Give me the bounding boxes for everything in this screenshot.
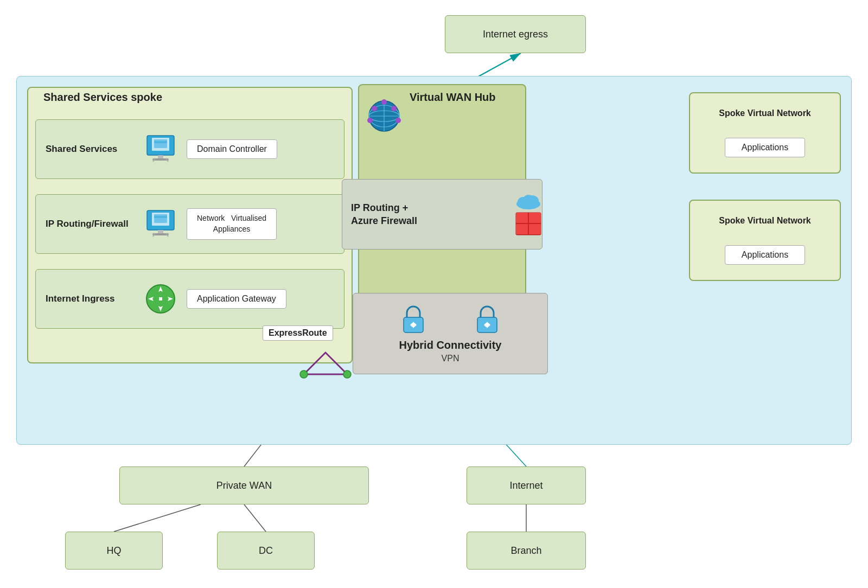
monitor-icon: [139, 135, 182, 164]
hybrid-icons-row: [398, 304, 502, 335]
spoke-row-internet-ingress: Internet Ingress Application Gateway: [35, 269, 344, 329]
dc-box: DC: [217, 532, 315, 570]
hq-box: HQ: [65, 532, 163, 570]
svg-point-47: [523, 195, 534, 204]
lock-icon-left: [398, 304, 429, 335]
ip-routing-label: IP Routing +Azure Firewall: [351, 201, 515, 228]
spoke-vnet-2-title: Spoke Virtual Network: [719, 216, 811, 226]
shared-services-label: Shared Services: [36, 144, 139, 155]
domain-controller-box: Domain Controller: [187, 139, 277, 159]
svg-rect-49: [516, 213, 528, 223]
app-gateway-box: Application Gateway: [187, 289, 286, 309]
globe-icon: [362, 93, 406, 137]
branch-label: Branch: [510, 545, 541, 557]
svg-rect-23: [154, 216, 167, 218]
svg-rect-16: [158, 155, 163, 158]
internet-egress-label: Internet egress: [483, 29, 548, 40]
shared-services-spoke-title: Shared Services spoke: [43, 91, 162, 104]
hybrid-vpn-label: VPN: [442, 354, 459, 363]
hq-label: HQ: [107, 545, 122, 557]
svg-rect-24: [158, 230, 163, 233]
vwan-hub-label: Virtual WAN Hub: [410, 91, 496, 104]
nva-label: Network VirtualisedAppliances: [197, 214, 266, 233]
svg-point-41: [367, 118, 373, 123]
spoke-vnet-1: Spoke Virtual Network Applications: [689, 92, 841, 174]
svg-line-9: [244, 504, 266, 532]
internet-ingress-label: Internet Ingress: [36, 293, 139, 304]
spoke-row-ip-routing: IP Routing/Firewall Network VirtualisedA…: [35, 194, 344, 254]
dc-label: DC: [259, 545, 273, 557]
spoke-row-shared-services: Shared Services Domain Controller: [35, 119, 344, 179]
expressroute-label: ExpressRoute: [263, 325, 333, 341]
spoke-vnet-2: Spoke Virtual Network Applications: [689, 200, 841, 281]
hybrid-connectivity-title: Hybrid Connectivity: [399, 339, 502, 351]
svg-rect-51: [516, 224, 528, 234]
spoke-vnet-1-title: Spoke Virtual Network: [719, 108, 811, 118]
private-wan-box: Private WAN: [119, 466, 369, 504]
internet-box: Internet: [467, 466, 586, 504]
svg-rect-33: [159, 297, 162, 301]
spoke-vnet-2-app: Applications: [725, 245, 805, 265]
svg-rect-14: [154, 139, 167, 148]
svg-point-40: [391, 106, 397, 111]
lock-icon-right: [472, 304, 502, 335]
ip-routing-firewall-label: IP Routing/Firewall: [36, 219, 139, 229]
svg-point-43: [381, 99, 387, 105]
svg-point-69: [343, 370, 351, 378]
azure-firewall-icon: [515, 193, 542, 236]
svg-rect-15: [154, 141, 167, 143]
svg-rect-60: [412, 324, 414, 326]
monitor-icon-2: [139, 209, 182, 239]
diagram-container: Internet egress Shared Services spoke Sh…: [0, 0, 868, 588]
private-wan-label: Private WAN: [216, 480, 272, 491]
internet-label: Internet: [509, 480, 542, 491]
internet-egress-box: Internet egress: [445, 15, 586, 53]
ip-routing-azure-firewall-box: IP Routing +Azure Firewall: [342, 179, 542, 250]
svg-point-68: [300, 370, 308, 378]
svg-rect-66: [486, 324, 488, 326]
svg-rect-50: [529, 213, 541, 223]
hybrid-connectivity-box: Hybrid Connectivity VPN: [353, 293, 548, 374]
spoke-vnet-1-app: Applications: [725, 138, 805, 157]
green-diamond-icon: [139, 283, 182, 315]
nva-box: Network VirtualisedAppliances: [187, 208, 277, 239]
expressroute-connector: [293, 347, 358, 382]
svg-rect-22: [154, 214, 167, 223]
svg-marker-67: [304, 353, 347, 374]
svg-point-39: [372, 106, 377, 111]
svg-rect-52: [529, 224, 541, 234]
svg-point-42: [395, 118, 401, 123]
branch-box: Branch: [467, 532, 586, 570]
svg-line-8: [114, 504, 201, 532]
